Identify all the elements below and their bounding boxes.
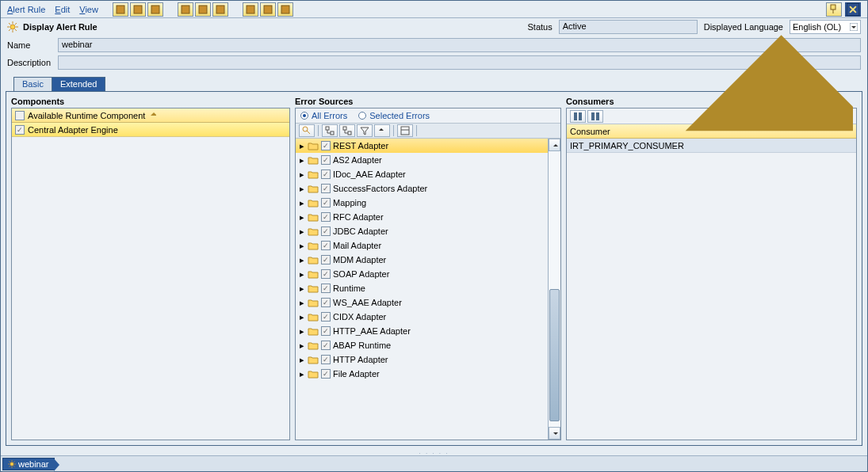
- expand-icon[interactable]: ▸: [299, 355, 305, 365]
- tree-row[interactable]: ▸ ✓ Mapping: [296, 196, 548, 210]
- expand-tree-button[interactable]: [322, 124, 338, 137]
- scroll-up-button[interactable]: [549, 139, 560, 151]
- tree-row-label: MDM Adapter: [333, 255, 386, 265]
- expand-icon[interactable]: ▸: [299, 141, 305, 151]
- tree-row[interactable]: ▸ ✓ CIDX Adapter: [296, 310, 548, 324]
- folder-icon: [308, 184, 319, 193]
- folder-icon: [308, 355, 319, 364]
- checkbox-icon: ✓: [321, 284, 331, 293]
- expand-icon[interactable]: ▸: [299, 226, 305, 237]
- tree-row-label: AS2 Adapter: [333, 155, 382, 165]
- expand-icon[interactable]: ▸: [299, 284, 305, 294]
- tree-row[interactable]: ▸ ✓ HTTP Adapter: [296, 352, 548, 367]
- collapse-tree-button[interactable]: [339, 124, 355, 137]
- checkbox-icon: ✓: [321, 312, 331, 322]
- tab-extended[interactable]: Extended: [52, 77, 105, 91]
- folder-icon: [308, 169, 319, 179]
- toolbar-goto-icon[interactable]: [195, 2, 211, 17]
- tree-row[interactable]: ▸ ✓ ABAP Runtime: [296, 338, 548, 352]
- consumers-col2-button[interactable]: [587, 110, 603, 123]
- menu-alert-rule[interactable]: Alert Rule: [7, 5, 45, 14]
- radio-icon: [300, 112, 308, 120]
- toolbar-log-icon[interactable]: [260, 2, 276, 17]
- checkbox-icon: [15, 111, 25, 120]
- tree-row[interactable]: ▸ ✓ Runtime: [296, 281, 548, 295]
- expand-icon[interactable]: ▸: [299, 298, 305, 308]
- expand-icon[interactable]: ▸: [299, 369, 305, 379]
- toolbar-wand-icon[interactable]: [113, 2, 128, 17]
- expand-icon[interactable]: ▸: [299, 198, 305, 208]
- toolbar-print-icon[interactable]: [243, 2, 258, 17]
- menu-view[interactable]: View: [79, 5, 98, 14]
- column-layout-button[interactable]: [397, 124, 413, 137]
- scroll-track[interactable]: [549, 151, 560, 427]
- consumer-row[interactable]: IRT_PRIMARY_CONSUMER: [567, 139, 856, 153]
- sort-asc-icon: [614, 11, 853, 250]
- tab-basic[interactable]: Basic: [13, 77, 52, 91]
- tree-row-label: RFC Adapter: [333, 212, 384, 222]
- components-row[interactable]: ✓Central Adapter Engine: [12, 123, 289, 137]
- error-sources-title: Error Sources: [295, 97, 561, 106]
- error-radio-row: All Errors Selected Errors: [296, 108, 560, 123]
- menu-edit[interactable]: Edit: [55, 5, 70, 14]
- toolbar-sheets-icon[interactable]: [147, 2, 163, 17]
- components-title: Components: [11, 97, 290, 106]
- consumers-col1-button[interactable]: [570, 110, 586, 123]
- layout-up-button[interactable]: [374, 124, 390, 137]
- tree-row[interactable]: ▸ ✓ AS2 Adapter: [296, 153, 548, 167]
- tab-extended-body: Components Available Runtime Component ✓…: [6, 91, 862, 446]
- tree-row[interactable]: ▸ ✓ Mail Adapter: [296, 238, 548, 253]
- find-button[interactable]: [299, 124, 315, 137]
- tree-row[interactable]: ▸ ✓ SOAP Adapter: [296, 267, 548, 281]
- tree-row[interactable]: ▸ ✓ JDBC Adapter: [296, 224, 548, 238]
- expand-icon[interactable]: ▸: [299, 241, 305, 251]
- scroll-thumb[interactable]: [549, 289, 560, 421]
- tree-row[interactable]: ▸ ✓ File Adapter: [296, 367, 548, 381]
- radio-icon: [358, 112, 366, 120]
- toolbar-copy-icon[interactable]: [130, 2, 146, 17]
- tree-row[interactable]: ▸ ✓ WS_AAE Adapter: [296, 295, 548, 310]
- folder-icon: [308, 198, 319, 207]
- bottom-tab-webinar[interactable]: webinar: [2, 458, 55, 470]
- tree-row-label: CIDX Adapter: [333, 312, 386, 322]
- expand-icon[interactable]: ▸: [299, 341, 305, 351]
- tree-scrollbar[interactable]: [548, 139, 560, 440]
- consumers-col-header[interactable]: Consumer: [567, 124, 856, 139]
- tree-toolbar: [296, 123, 560, 139]
- expand-icon[interactable]: ▸: [299, 169, 305, 180]
- checkbox-icon: ✓: [321, 169, 331, 179]
- tree-row[interactable]: ▸ ✓ IDoc_AAE Adapter: [296, 167, 548, 181]
- tree-row-label: Mail Adapter: [333, 241, 381, 250]
- expand-icon[interactable]: ▸: [299, 269, 305, 280]
- expand-icon[interactable]: ▸: [299, 255, 305, 265]
- tree-row-label: HTTP_AAE Adapter: [333, 326, 411, 336]
- radio-selected-errors[interactable]: Selected Errors: [358, 111, 430, 120]
- tree-row[interactable]: ▸ ✓ MDM Adapter: [296, 253, 548, 267]
- expand-icon[interactable]: ▸: [299, 326, 305, 337]
- expand-icon[interactable]: ▸: [299, 212, 305, 223]
- checkbox-icon: ✓: [321, 226, 331, 236]
- radio-all-errors[interactable]: All Errors: [300, 111, 347, 120]
- scroll-down-button[interactable]: [549, 427, 560, 440]
- toolbar-variant-icon[interactable]: [212, 2, 228, 17]
- tree-row[interactable]: ▸ ✓ RFC Adapter: [296, 210, 548, 224]
- folder-icon: [308, 298, 319, 307]
- components-col-header[interactable]: Available Runtime Component: [12, 108, 289, 123]
- folder-icon: [308, 255, 319, 265]
- folder-icon: [308, 369, 319, 379]
- tree-row[interactable]: ▸ ✓ REST Adapter: [296, 139, 548, 153]
- alert-rule-icon: [7, 21, 18, 32]
- tree-row[interactable]: ▸ ✓ SuccessFactors Adapter: [296, 181, 548, 196]
- folder-icon: [308, 241, 319, 250]
- toolbar-back-icon[interactable]: [178, 2, 193, 17]
- tree-row[interactable]: ▸ ✓ HTTP_AAE Adapter: [296, 324, 548, 338]
- checkbox-icon: ✓: [321, 298, 331, 307]
- filter-button[interactable]: [357, 124, 373, 137]
- expand-icon[interactable]: ▸: [299, 184, 305, 194]
- bottom-bar: webinar: [1, 455, 867, 471]
- expand-icon[interactable]: ▸: [299, 155, 305, 166]
- checkbox-icon: ✓: [321, 255, 331, 265]
- toolbar-user-icon[interactable]: [277, 2, 293, 17]
- expand-icon[interactable]: ▸: [299, 312, 305, 322]
- folder-icon: [308, 212, 319, 222]
